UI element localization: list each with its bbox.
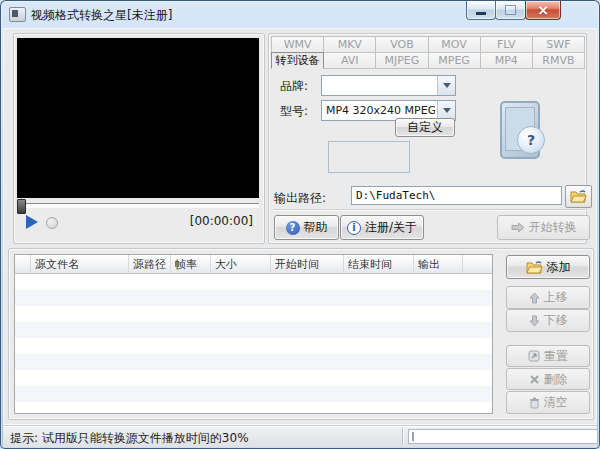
clear-button[interactable]: 清空 — [506, 391, 590, 414]
seek-slider-thumb[interactable] — [17, 199, 26, 214]
column-size[interactable]: 大小 — [211, 255, 271, 273]
trash-icon — [529, 397, 540, 409]
column-output[interactable]: 输出 — [414, 255, 463, 273]
file-list-body[interactable] — [15, 274, 492, 413]
video-screen — [17, 38, 259, 198]
start-convert-button[interactable]: 开始转换 — [497, 215, 590, 240]
help-icon: ? — [286, 221, 300, 235]
column-source-filename[interactable]: 源文件名 — [31, 255, 129, 273]
tab-row-2: 转到设备 AVI MJPEG MPEG MP4 RMVB — [271, 52, 584, 69]
play-button[interactable] — [26, 215, 38, 229]
tab-vob[interactable]: VOB — [375, 36, 428, 53]
brand-select[interactable] — [321, 75, 456, 96]
delete-label: 删除 — [544, 371, 568, 388]
tab-to-device[interactable]: 转到设备 — [271, 52, 324, 69]
model-label: 型号: — [280, 103, 308, 120]
column-filler — [463, 255, 492, 273]
brand-dropdown-button[interactable] — [437, 76, 455, 95]
stop-button[interactable] — [46, 217, 58, 229]
maximize-icon — [505, 5, 516, 15]
arrow-up-icon — [529, 292, 540, 304]
progress-bar — [408, 429, 598, 444]
delete-button[interactable]: 删除 — [506, 368, 590, 390]
column-frame-rate[interactable]: 帧率 — [171, 255, 211, 273]
browse-folder-button[interactable] — [565, 185, 592, 208]
reset-icon — [528, 350, 540, 362]
move-up-label: 上移 — [544, 289, 568, 306]
register-about-button[interactable]: i 注册/关于 — [340, 215, 424, 240]
app-window: 视频格式转换之星[未注册] × [00:00:00] WMV MKV VOB M… — [0, 0, 600, 449]
move-down-label: 下移 — [544, 312, 568, 329]
tab-mkv[interactable]: MKV — [323, 36, 376, 53]
divider — [273, 209, 587, 211]
close-icon: × — [537, 3, 549, 17]
app-icon — [9, 7, 26, 22]
column-start-time[interactable]: 开始时间 — [271, 255, 344, 273]
status-bar: 提示: 试用版只能转换源文件播放时间的30% — [3, 425, 597, 447]
column-source-path[interactable]: 源路径 — [129, 255, 171, 273]
time-display: [00:00:00] — [150, 214, 253, 228]
tab-mp4[interactable]: MP4 — [480, 52, 533, 69]
status-divider — [402, 428, 403, 445]
reset-label: 重置 — [544, 348, 568, 365]
seek-slider-track[interactable] — [17, 203, 259, 208]
help-label: 帮助 — [304, 219, 328, 236]
chevron-down-icon — [443, 108, 451, 113]
tab-avi[interactable]: AVI — [323, 52, 376, 69]
move-down-button[interactable]: 下移 — [506, 309, 590, 332]
brand-label: 品牌: — [280, 78, 308, 95]
tab-row-1: WMV MKV VOB MOV FLV SWF — [271, 36, 584, 53]
add-label: 添加 — [547, 259, 571, 276]
column-end-time[interactable]: 结束时间 — [344, 255, 414, 273]
clear-label: 清空 — [544, 394, 568, 411]
output-path-label: 输出路径: — [274, 190, 326, 207]
reset-button[interactable]: 重置 — [506, 345, 590, 367]
move-up-button[interactable]: 上移 — [506, 286, 590, 309]
tab-mpeg[interactable]: MPEG — [428, 52, 481, 69]
minimize-icon — [476, 12, 486, 15]
register-about-label: 注册/关于 — [365, 219, 417, 236]
open-folder-icon — [570, 190, 587, 203]
add-folder-icon — [526, 261, 543, 274]
titlebar[interactable]: 视频格式转换之星[未注册] × — [0, 0, 600, 28]
column-selector[interactable] — [15, 255, 31, 273]
tab-swf[interactable]: SWF — [532, 36, 585, 53]
customize-button[interactable]: 自定义 — [395, 118, 455, 137]
file-table: 源文件名 源路径 帧率 大小 开始时间 结束时间 输出 — [14, 254, 493, 414]
tab-flv[interactable]: FLV — [480, 36, 533, 53]
question-badge-icon: ? — [517, 126, 545, 154]
tab-mjpeg[interactable]: MJPEG — [375, 52, 428, 69]
preview-box — [328, 141, 410, 173]
model-value: MP4 320x240 MPEG4 — [326, 104, 435, 117]
window-title: 视频格式转换之星[未注册] — [31, 7, 172, 24]
progress-tick — [412, 432, 414, 441]
tab-mov[interactable]: MOV — [428, 36, 481, 53]
status-tip: 提示: 试用版只能转换源文件播放时间的30% — [10, 430, 249, 447]
tab-wmv[interactable]: WMV — [271, 36, 324, 53]
help-button[interactable]: ? 帮助 — [274, 215, 339, 240]
window-frame: 视频格式转换之星[未注册] × [00:00:00] WMV MKV VOB M… — [0, 0, 600, 449]
arrow-down-icon — [529, 315, 540, 327]
delete-x-icon — [529, 374, 540, 385]
start-convert-label: 开始转换 — [529, 219, 577, 236]
minimize-button[interactable] — [466, 1, 496, 20]
maximize-button[interactable] — [495, 1, 526, 20]
chevron-down-icon — [443, 83, 451, 88]
arrow-right-icon — [511, 222, 525, 233]
close-button[interactable]: × — [525, 1, 561, 20]
add-button[interactable]: 添加 — [506, 255, 590, 279]
output-path-input[interactable] — [351, 186, 562, 205]
table-header: 源文件名 源路径 帧率 大小 开始时间 结束时间 输出 — [15, 255, 492, 274]
info-icon: i — [347, 221, 361, 235]
client-area: [00:00:00] WMV MKV VOB MOV FLV SWF 转到设备 … — [3, 28, 597, 425]
tab-rmvb[interactable]: RMVB — [532, 52, 585, 69]
